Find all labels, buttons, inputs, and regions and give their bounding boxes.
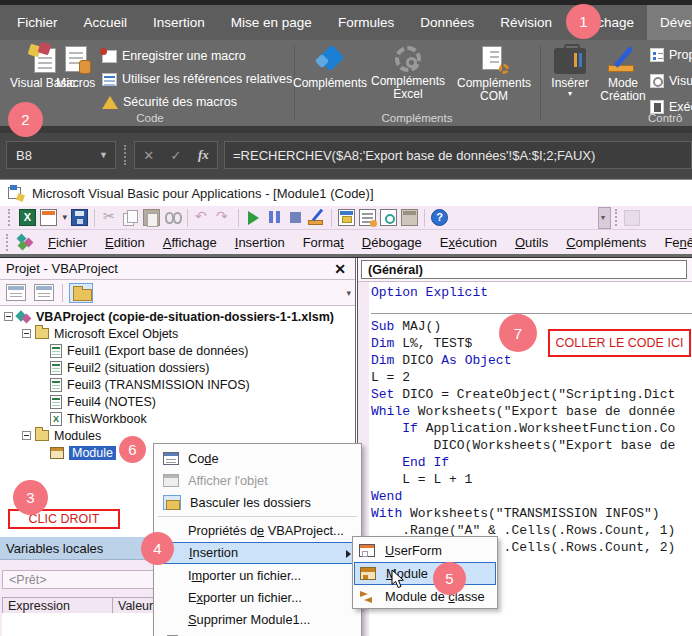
object-icon	[163, 474, 179, 487]
ribbon-tab-insertion[interactable]: Insertion	[140, 5, 218, 40]
code-group-label: Code	[8, 112, 292, 124]
menu-outils[interactable]: Outils	[506, 235, 557, 250]
tree-item-thisworkbook[interactable]: ThisWorkbook	[0, 410, 355, 427]
insert-function-icon[interactable]: fx	[198, 147, 209, 163]
pause-icon[interactable]	[266, 209, 283, 226]
submenu-item-module[interactable]: Module	[354, 562, 496, 585]
undo-icon[interactable]	[194, 209, 211, 226]
formula-input[interactable]: =RECHERCHEV($A8;'Export base de données'…	[224, 141, 692, 169]
tree-item-feuil4-notes[interactable]: Feuil4 (NOTES)	[0, 393, 355, 410]
complements-excel-button[interactable]: Compléments Excel	[366, 44, 450, 101]
enter-icon[interactable]: ✓	[171, 148, 182, 163]
submenu-item-userform[interactable]: UserForm	[353, 539, 497, 562]
toggle-folders-icon[interactable]	[69, 283, 93, 303]
mode-creation-button[interactable]: Mode Création	[598, 44, 648, 103]
project-explorer-icon[interactable]	[338, 209, 355, 226]
context-menu-item-exporter-un-fichier[interactable]: Exporter un fichier...	[154, 586, 361, 608]
tree-item-microsoft-excel-objets[interactable]: Microsoft Excel Objets	[0, 325, 355, 342]
folder-icon	[35, 328, 49, 339]
ribbon-tab-fichier[interactable]: Fichier	[4, 5, 71, 40]
context-menu-item-supprimer-module1[interactable]: Supprimer Module1...	[154, 609, 361, 631]
cancel-icon[interactable]: ✕	[143, 148, 154, 163]
redo-icon[interactable]	[215, 209, 232, 226]
ribbon-tab-donnees[interactable]: Données	[407, 5, 487, 40]
column-header-expression[interactable]: Expression	[2, 597, 113, 614]
inserer-button[interactable]: Insérer ▾	[546, 44, 594, 98]
menu-edition[interactable]: Edition	[96, 235, 154, 250]
insert-userform-icon[interactable]	[40, 209, 57, 226]
submenu-item-module-de-classe[interactable]: Module de classe	[353, 585, 497, 608]
ribbon-tab-revision[interactable]: Révision	[487, 5, 565, 40]
record-macro-button[interactable]: Enregistrer une macro	[102, 45, 246, 67]
menu-fenetre[interactable]: Fenêtre	[655, 235, 692, 250]
ribbon-tab-accueil[interactable]: Accueil	[71, 5, 141, 40]
tree-item-feuil1-export-base-de-donnees[interactable]: Feuil1 (Export base de données)	[0, 342, 355, 359]
vba-window-title: Microsoft Visual Basic pour Applications…	[32, 186, 374, 201]
tree-expander-icon[interactable]	[22, 329, 31, 338]
paste-icon[interactable]	[143, 209, 160, 226]
toolbar-grip[interactable]	[615, 209, 620, 226]
object-browser-icon[interactable]	[380, 209, 397, 226]
insert-controls-icon	[554, 48, 586, 74]
tree-expander-icon[interactable]	[4, 312, 13, 321]
design-mode-icon	[608, 46, 638, 74]
tree-item-feuil2-situation-dossiers[interactable]: Feuil2 (situation dossiers)	[0, 359, 355, 376]
context-menu-item-basculer-les-dossiers[interactable]: Basculer les dossiers	[154, 492, 361, 514]
menu-fichier[interactable]: Fichier	[39, 235, 96, 250]
toolbar-separator	[424, 209, 425, 227]
menu-execution[interactable]: Exécution	[431, 235, 506, 250]
toolbox-icon[interactable]	[401, 209, 418, 226]
find-icon[interactable]	[164, 209, 181, 226]
proprietes-button[interactable]: Propri	[650, 44, 692, 66]
visualiser-code-label: Visual	[669, 74, 692, 88]
tree-item-modules[interactable]: Modules	[0, 427, 355, 444]
complements-com-button[interactable]: Compléments COM	[452, 44, 536, 103]
complements-button[interactable]: Compléments	[298, 44, 362, 90]
menu-debogage[interactable]: Débogage	[353, 235, 431, 250]
ribbon-tab-formules[interactable]: Formules	[325, 5, 407, 40]
properties-window-icon[interactable]	[359, 209, 376, 226]
run-icon[interactable]	[248, 211, 259, 225]
panel-overflow-arrow[interactable]: ▾	[346, 288, 351, 298]
help-icon[interactable]	[431, 209, 448, 226]
context-menu-item-insertion[interactable]: Insertion	[155, 542, 360, 564]
macros-label: Macros	[56, 77, 95, 90]
close-icon[interactable]	[331, 261, 349, 277]
tree-item-feuil3-transmission-infos[interactable]: Feuil3 (TRANSMISSION INFOS)	[0, 376, 355, 393]
excel-icon[interactable]	[19, 209, 36, 226]
ribbon-tab-mise-en-page[interactable]: Mise en page	[218, 5, 325, 40]
macros-button[interactable]: Macros	[56, 44, 95, 90]
cut-icon[interactable]	[101, 209, 118, 226]
ribbon-bottom-strip	[0, 126, 692, 133]
menu-format[interactable]: Format	[294, 235, 353, 250]
stop-icon[interactable]	[287, 209, 304, 226]
visualiser-code-button[interactable]: Visual	[650, 70, 692, 92]
toolbar-overflow-button[interactable]	[598, 207, 611, 229]
design-mode-icon[interactable]	[308, 209, 325, 226]
formula-buttons: ✕ ✓ fx	[134, 141, 218, 169]
menu-insertion[interactable]: Insertion	[226, 235, 294, 250]
toolbar-grip[interactable]	[8, 209, 13, 226]
object-dropdown[interactable]: (Général)	[361, 260, 687, 279]
save-icon[interactable]	[71, 209, 88, 226]
name-box[interactable]: B8 ▼	[6, 141, 116, 169]
copy-icon[interactable]	[122, 209, 139, 226]
macro-security-button[interactable]: Sécurité des macros	[102, 91, 237, 113]
toolbar-grip[interactable]	[6, 234, 11, 251]
relative-references-button[interactable]: Utiliser les références relatives	[102, 68, 292, 90]
menu-complements[interactable]: Compléments	[557, 235, 655, 250]
code-line-6: Set DICO = CreateObject("Scripting.Dict	[371, 387, 692, 404]
name-box-dropdown-arrow[interactable]: ▼	[99, 150, 108, 160]
menu-affichage[interactable]: Affichage	[154, 235, 226, 250]
context-menu-item-proprietes-de-vbaproject[interactable]: Propriétés de VBAProject...	[154, 519, 361, 541]
view-code-button-icon[interactable]	[6, 284, 26, 301]
context-menu-item-imprimer[interactable]: Imprimer...	[154, 631, 361, 636]
ribbon-tab-developpeur[interactable]: Développeur	[647, 5, 692, 40]
context-menu-item-importer-un-fichier[interactable]: Importer un fichier...	[154, 564, 361, 586]
context-menu-item-code[interactable]: Code	[154, 447, 361, 469]
view-object-button-icon[interactable]	[34, 284, 54, 301]
tree-item-vbaproject-copie-de-situation-dossiers-1-1-xlsm[interactable]: VBAProject (copie-de-situation-dossiers-…	[0, 308, 355, 325]
vba-title-bar: Microsoft Visual Basic pour Applications…	[0, 179, 692, 206]
tree-expander-icon[interactable]	[22, 431, 31, 440]
macro-security-label: Sécurité des macros	[123, 95, 237, 109]
